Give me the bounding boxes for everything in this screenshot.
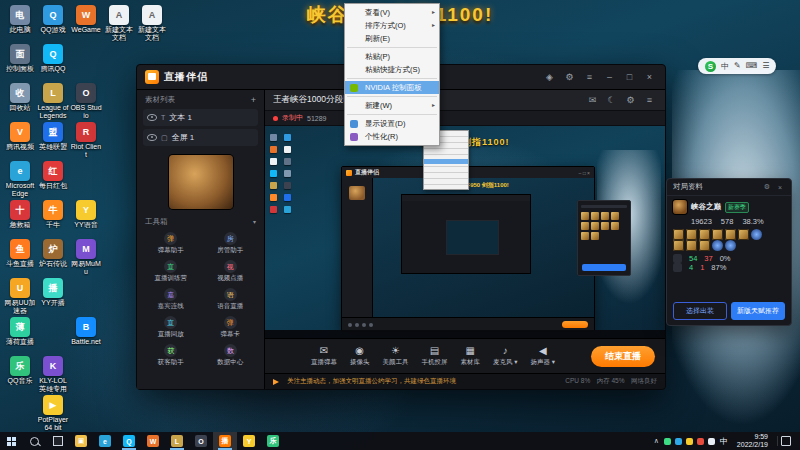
- tray-icon-4[interactable]: [708, 438, 715, 445]
- taskbar-app-league-of-legends[interactable]: L: [165, 432, 189, 450]
- stats-settings-icon[interactable]: [762, 183, 772, 191]
- desktop-icon-英雄联盟[interactable]: 盟英雄联盟: [37, 122, 69, 151]
- minimize-button[interactable]: [602, 72, 617, 82]
- toolbox-item-弹幕卡[interactable]: 弹弹幕卡: [203, 315, 259, 340]
- end-stream-button[interactable]: 结束直播: [591, 346, 655, 367]
- desktop-icon-Battle.net[interactable]: BBattle.net: [70, 317, 102, 346]
- context-menu-item-个性化(R)[interactable]: 个性化(R): [345, 130, 439, 143]
- toolbox-item-弹幕助手[interactable]: 弹弹幕助手: [143, 231, 199, 256]
- desktop-icon-回收站[interactable]: 收回收站: [4, 83, 36, 112]
- skin-icon[interactable]: [542, 72, 557, 82]
- context-menu-item-刷新(E)[interactable]: 刷新(E): [345, 32, 439, 45]
- tray-icon-0[interactable]: [664, 438, 671, 445]
- desktop-icon-网易MuMu[interactable]: M网易MuMu: [70, 239, 102, 276]
- sogou-toolbar-button[interactable]: ⌨: [746, 61, 758, 72]
- choose-build-button[interactable]: 选择出装: [673, 302, 727, 320]
- sogou-toolbar-button[interactable]: 中: [721, 61, 729, 72]
- toolbar-camera-button[interactable]: ◉摄像头: [350, 345, 370, 367]
- toolbox-item-嘉宾连线[interactable]: 嘉嘉宾连线: [143, 287, 199, 312]
- search-button[interactable]: [23, 432, 46, 450]
- desktop-icon-炉石传说[interactable]: 炉炉石传说: [37, 239, 69, 268]
- desktop-icon-控制面板[interactable]: 面控制面板: [4, 44, 36, 73]
- rune-icon: [725, 240, 736, 251]
- context-menu-item-查看(V)[interactable]: 查看(V)▸: [345, 6, 439, 19]
- context-menu-item-NVIDIA 控制面板[interactable]: NVIDIA 控制面板: [345, 81, 439, 94]
- desktop-icon-薄荷直播[interactable]: 薄薄荷直播: [4, 317, 36, 346]
- desktop-icon-label: 腾讯QQ: [37, 65, 69, 73]
- context-menu-item-显示设置(D)[interactable]: 显示设置(D): [345, 117, 439, 130]
- visibility-eye-icon[interactable]: [147, 134, 157, 141]
- toolbar-cast-button[interactable]: ▤手机投屏: [421, 345, 447, 367]
- taskbar-clock[interactable]: 9:59 2022/2/19: [733, 433, 772, 450]
- desktop-icon-OBS Studio[interactable]: OOBS Studio: [70, 83, 102, 120]
- taskbar-app-wegame[interactable]: W: [141, 432, 165, 450]
- sogou-toolbar-button[interactable]: ✎: [734, 61, 741, 72]
- toolbar-mic-button[interactable]: ♪麦克风 ▾: [493, 345, 518, 367]
- settings-icon[interactable]: [562, 72, 577, 82]
- desktop-icon-Microsoft Edge[interactable]: eMicrosoft Edge: [4, 161, 36, 198]
- desktop-icon-急救箱[interactable]: 十急救箱: [4, 200, 36, 229]
- theme-icon[interactable]: [604, 95, 619, 105]
- tray-icon-1[interactable]: [675, 438, 682, 445]
- desktop-icon-斗鱼直播[interactable]: 鱼斗鱼直播: [4, 239, 36, 268]
- taskbar-app-edge-browser[interactable]: e: [93, 432, 117, 450]
- taskbar-app-file-explorer[interactable]: ▣: [69, 432, 93, 450]
- visibility-eye-icon[interactable]: [147, 114, 157, 121]
- tray-icon-3[interactable]: [697, 438, 704, 445]
- collapse-icon[interactable]: [253, 217, 256, 227]
- taskbar-app-qq[interactable]: Q: [117, 432, 141, 450]
- toolbox-item-房管助手[interactable]: 房房管助手: [203, 231, 259, 256]
- scene-source-文本 1[interactable]: T文本 1: [143, 109, 258, 126]
- toolbox-item-获客助手[interactable]: 获获客助手: [143, 343, 199, 368]
- desktop-icon-QQ音乐[interactable]: 乐QQ音乐: [4, 356, 36, 385]
- toolbox-item-label: 数据中心: [217, 358, 243, 367]
- desktop-icon-腾讯QQ[interactable]: Q腾讯QQ: [37, 44, 69, 73]
- sogou-toolbar-button[interactable]: ☰: [762, 61, 769, 72]
- rune-recommend-button[interactable]: 新版天赋推荐: [731, 302, 785, 320]
- desktop-icon-YY开播[interactable]: 播YY开播: [37, 278, 69, 307]
- taskbar-app-live-companion[interactable]: 播: [213, 432, 237, 450]
- toolbox-item-数据中心[interactable]: 数数据中心: [203, 343, 259, 368]
- tray-icon-2[interactable]: [686, 438, 693, 445]
- desktop-icon-腾讯视频[interactable]: V腾讯视频: [4, 122, 36, 151]
- desktop-icon-每日红包[interactable]: 红每日红包: [37, 161, 69, 190]
- add-source-icon[interactable]: [251, 95, 256, 105]
- more-icon[interactable]: [642, 95, 657, 105]
- task-view-button[interactable]: [46, 432, 69, 450]
- taskbar-app-yy[interactable]: Y: [237, 432, 261, 450]
- toolbox-item-语音直播[interactable]: 语语音直播: [203, 287, 259, 312]
- desktop-icon-League of Legends[interactable]: LLeague of Legends: [37, 83, 69, 120]
- stream-settings-icon[interactable]: [623, 95, 638, 105]
- context-menu-item-新建(W)[interactable]: 新建(W)▸: [345, 99, 439, 112]
- start-button[interactable]: [0, 432, 23, 450]
- close-button[interactable]: [642, 72, 657, 82]
- toolbox-item-直播回放[interactable]: 直直播回放: [143, 315, 199, 340]
- context-menu-item-粘贴快捷方式(S)[interactable]: 粘贴快捷方式(S): [345, 63, 439, 76]
- toolbox-item-视频点播[interactable]: 视视频点播: [203, 259, 259, 284]
- maximize-button[interactable]: [622, 72, 637, 82]
- context-menu-item-粘贴(P)[interactable]: 粘贴(P): [345, 50, 439, 63]
- input-language-indicator[interactable]: 中: [720, 436, 728, 447]
- taskbar-app-obs[interactable]: O: [189, 432, 213, 450]
- stats-close-icon[interactable]: [775, 184, 785, 191]
- toolbar-danmaku-button[interactable]: ✉直播弹幕: [311, 345, 337, 367]
- taskbar-app-qq-music[interactable]: 乐: [261, 432, 285, 450]
- sogou-logo-icon[interactable]: S: [705, 61, 716, 72]
- toolbar-beauty-button[interactable]: ☀美颜工具: [382, 345, 408, 367]
- tray-expand-icon[interactable]: ∧: [654, 437, 659, 445]
- toolbox-item-直播训练营[interactable]: 直直播训练营: [143, 259, 199, 284]
- toolbar-speaker-button[interactable]: ◀扬声器 ▾: [531, 345, 556, 367]
- action-center-button[interactable]: [777, 436, 794, 446]
- context-menu-item-排序方式(O)[interactable]: 排序方式(O)▸: [345, 19, 439, 32]
- desktop-icon-Riot Client[interactable]: RRiot Client: [70, 122, 102, 159]
- wegame-icon: W: [147, 435, 159, 447]
- scene-source-全屏 1[interactable]: ▢全屏 1: [143, 129, 258, 146]
- desktop-icon-KLY-LOL英雄专用包[interactable]: KKLY-LOL英雄专用包: [37, 356, 69, 394]
- messages-icon[interactable]: [585, 95, 600, 105]
- desktop-icon-YY语音[interactable]: YYY语音: [70, 200, 102, 229]
- toolbar-assets-button[interactable]: ▦素材库: [460, 345, 480, 367]
- menu-icon[interactable]: [582, 72, 597, 82]
- desktop-icon-PotPlayer 64 bit[interactable]: ▶PotPlayer 64 bit: [37, 395, 69, 432]
- desktop-icon-网易UU加速器[interactable]: U网易UU加速器: [4, 278, 36, 315]
- desktop-icon-千牛[interactable]: 牛千牛: [37, 200, 69, 229]
